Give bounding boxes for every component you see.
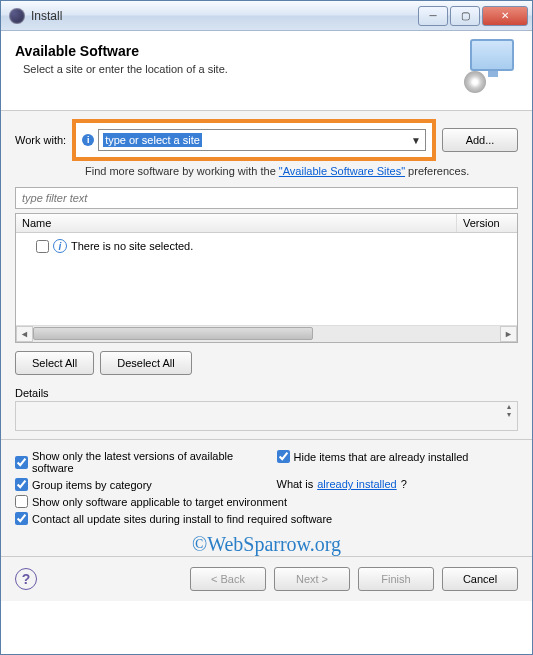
work-with-row: Work with: i type or select a site ▼ Add… — [15, 119, 518, 161]
column-version[interactable]: Version — [457, 214, 517, 232]
header-subheading: Select a site or enter the location of a… — [23, 63, 518, 75]
select-all-button[interactable]: Select All — [15, 351, 94, 375]
label-hide-installed: Hide items that are already installed — [294, 451, 469, 463]
details-group: Details ▴ ▾ — [15, 387, 518, 431]
add-button[interactable]: Add... — [442, 128, 518, 152]
close-button[interactable]: ✕ — [482, 6, 528, 26]
label-contact-sites: Contact all update sites during install … — [32, 513, 332, 525]
tree-empty-text: There is no site selected. — [71, 240, 193, 252]
details-scroll-buttons[interactable]: ▴ ▾ — [503, 404, 515, 418]
watermark: ©WebSparrow.org — [15, 533, 518, 556]
scroll-down-icon[interactable]: ▾ — [503, 412, 515, 418]
available-sites-link[interactable]: "Available Software Sites" — [279, 165, 405, 177]
tree-body: i There is no site selected. — [16, 233, 517, 325]
dialog-header: Available Software Select a site or ente… — [1, 31, 532, 111]
tree-row-empty: i There is no site selected. — [22, 237, 511, 255]
combo-selected-text: type or select a site — [103, 133, 202, 147]
horizontal-scrollbar[interactable]: ◄ ► — [16, 325, 517, 342]
work-with-label: Work with: — [15, 134, 66, 146]
dialog-content: Work with: i type or select a site ▼ Add… — [1, 111, 532, 556]
install-dialog: Install ─ ▢ ✕ Available Software Select … — [0, 0, 533, 655]
label-show-latest: Show only the latest versions of availab… — [32, 450, 257, 474]
already-installed-link[interactable]: already installed — [317, 478, 397, 490]
header-heading: Available Software — [15, 43, 518, 59]
cancel-button[interactable]: Cancel — [442, 567, 518, 591]
scroll-track[interactable] — [33, 326, 500, 342]
details-label: Details — [15, 387, 518, 399]
options-checks: Show only the latest versions of availab… — [15, 448, 518, 527]
info-icon: i — [53, 239, 67, 253]
label-group-category: Group items by category — [32, 479, 152, 491]
label-applicable: Show only software applicable to target … — [32, 496, 287, 508]
help-icon[interactable]: ? — [15, 568, 37, 590]
software-tree: Name Version i There is no site selected… — [15, 213, 518, 343]
chevron-down-icon[interactable]: ▼ — [411, 135, 421, 146]
finish-button[interactable]: Finish — [358, 567, 434, 591]
check-applicable[interactable] — [15, 495, 28, 508]
dialog-footer: ? < Back Next > Finish Cancel — [1, 556, 532, 601]
separator — [1, 439, 532, 440]
next-button[interactable]: Next > — [274, 567, 350, 591]
scroll-right-arrow[interactable]: ► — [500, 326, 517, 342]
details-area: ▴ ▾ — [15, 401, 518, 431]
minimize-button[interactable]: ─ — [418, 6, 448, 26]
check-contact-sites[interactable] — [15, 512, 28, 525]
what-is-installed: What is already installed ? — [277, 476, 519, 492]
window-title: Install — [31, 9, 62, 23]
back-button[interactable]: < Back — [190, 567, 266, 591]
eclipse-icon — [9, 8, 25, 24]
work-with-hint: Find more software by working with the "… — [85, 165, 518, 177]
work-with-combo[interactable]: type or select a site ▼ — [98, 129, 426, 151]
column-name[interactable]: Name — [16, 214, 457, 232]
info-badge-icon: i — [82, 134, 94, 146]
scroll-thumb[interactable] — [33, 327, 313, 340]
deselect-all-button[interactable]: Deselect All — [100, 351, 191, 375]
scroll-left-arrow[interactable]: ◄ — [16, 326, 33, 342]
tree-header: Name Version — [16, 214, 517, 233]
tree-row-checkbox[interactable] — [36, 240, 49, 253]
maximize-button[interactable]: ▢ — [450, 6, 480, 26]
check-hide-installed[interactable] — [277, 450, 290, 463]
work-with-highlight: i type or select a site ▼ — [72, 119, 436, 161]
filter-input[interactable] — [15, 187, 518, 209]
software-install-icon — [470, 39, 520, 89]
check-show-latest[interactable] — [15, 456, 28, 469]
titlebar[interactable]: Install ─ ▢ ✕ — [1, 1, 532, 31]
check-group-category[interactable] — [15, 478, 28, 491]
selection-buttons: Select All Deselect All — [15, 351, 518, 375]
